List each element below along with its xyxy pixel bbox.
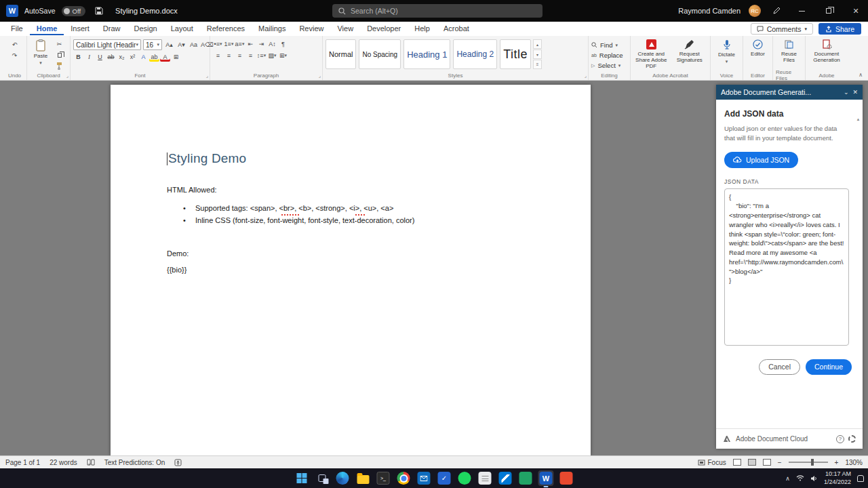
font-name-combo[interactable]: Calibri Light (Headir ▾ [73, 39, 141, 50]
chevron-down-icon[interactable]: ⌄ [844, 89, 849, 96]
minimize-button[interactable] [792, 0, 811, 22]
edge-button[interactable] [335, 470, 351, 486]
file-explorer-button[interactable] [355, 470, 371, 486]
text-predictions-status[interactable]: Text Predictions: On [104, 459, 165, 466]
replace-button[interactable]: ab Replace [591, 52, 623, 59]
multilevel-list-button[interactable]: a≡▾ [235, 39, 245, 49]
styles-scroll-down-button[interactable]: ▾ [533, 49, 542, 59]
print-layout-button[interactable] [748, 459, 756, 466]
tab-references[interactable]: References [200, 22, 252, 35]
style-no-spacing[interactable]: No Spacing [359, 39, 401, 69]
page-indicator[interactable]: Page 1 of 1 [5, 459, 40, 466]
select-button[interactable]: ▷ Select ▾ [591, 62, 620, 69]
shrink-font-button[interactable]: A▾ [176, 40, 186, 49]
accessibility-icon[interactable] [174, 459, 182, 466]
gear-icon[interactable] [848, 435, 856, 443]
tab-layout[interactable]: Layout [164, 22, 200, 35]
terminal-button[interactable]: >_ [376, 470, 391, 486]
panel-close-icon[interactable]: ✕ [852, 89, 858, 96]
wifi-icon[interactable] [796, 475, 804, 481]
increase-indent-button[interactable]: ⇥ [256, 39, 267, 49]
dictate-button[interactable]: Dictate ▾ [718, 37, 735, 64]
strikethrough-button[interactable]: ab [106, 52, 116, 62]
document-title[interactable]: Styling Demo.docx [113, 7, 178, 15]
grow-font-button[interactable]: A▴ [164, 40, 174, 49]
notification-center-button[interactable] [857, 475, 864, 482]
search-input[interactable] [351, 7, 536, 15]
dialog-launcher-icon[interactable]: ⌟ [66, 73, 68, 79]
italic-button[interactable]: I [84, 52, 94, 62]
json-data-textarea[interactable]: { "bio": "I'm a <strong>enterprise</stro… [724, 188, 849, 346]
editor-button[interactable]: Editor [751, 37, 765, 57]
continue-button[interactable]: Continue [806, 359, 852, 375]
align-right-button[interactable]: ≡ [235, 51, 245, 60]
collapse-ribbon-button[interactable]: ∧ [859, 72, 863, 78]
tab-mailings[interactable]: Mailings [252, 22, 292, 35]
zoom-slider[interactable] [789, 462, 828, 463]
start-button[interactable] [294, 470, 310, 486]
vscode-button[interactable] [498, 470, 513, 486]
style-normal[interactable]: Normal [326, 39, 356, 69]
tab-file[interactable]: File [4, 22, 30, 35]
close-button[interactable]: ✕ [846, 0, 865, 22]
tab-insert[interactable]: Insert [64, 22, 96, 35]
avatar[interactable]: RC [749, 5, 761, 17]
tab-review[interactable]: Review [292, 22, 330, 35]
todo-button[interactable]: ✓ [437, 470, 452, 486]
tab-acrobat[interactable]: Acrobat [437, 22, 476, 35]
highlight-color-button[interactable]: ab [149, 52, 159, 62]
dialog-launcher-icon[interactable]: ⌟ [585, 73, 587, 79]
chrome-button[interactable] [396, 470, 412, 486]
style-title[interactable]: Title [500, 39, 531, 69]
focus-mode-button[interactable]: Focus [698, 459, 726, 466]
bold-button[interactable]: B [73, 52, 83, 62]
change-case-button[interactable]: Aa [189, 40, 199, 49]
bullets-button[interactable]: •≡▾ [213, 39, 223, 49]
word-count[interactable]: 22 words [50, 459, 77, 466]
find-button[interactable]: Find ▾ [591, 41, 618, 49]
document-page[interactable]: Styling Demo HTML Allowed: Supported tag… [111, 85, 591, 455]
request-signatures-button[interactable]: Request Signatures [672, 37, 708, 63]
web-layout-button[interactable] [763, 459, 771, 466]
proofing-icon[interactable] [87, 459, 95, 466]
reuse-files-button[interactable]: Reuse Files [776, 37, 802, 63]
tab-home[interactable]: Home [30, 22, 64, 35]
tab-developer[interactable]: Developer [360, 22, 408, 35]
cut-button[interactable]: ✂ [54, 39, 64, 49]
task-view-button[interactable] [315, 470, 330, 486]
shading-button[interactable]: ▨▾ [267, 51, 277, 60]
copy-button[interactable] [54, 50, 64, 60]
tab-help[interactable]: Help [408, 22, 437, 35]
autosave-toggle[interactable]: Off [62, 6, 86, 16]
align-center-button[interactable]: ≡ [224, 51, 234, 60]
decrease-indent-button[interactable]: ⇤ [245, 39, 256, 49]
tab-design[interactable]: Design [127, 22, 163, 35]
align-left-button[interactable]: ≡ [213, 51, 223, 60]
upload-json-button[interactable]: Upload JSON [724, 152, 798, 168]
dialog-launcher-icon[interactable]: ⌟ [319, 73, 321, 79]
style-heading-2[interactable]: Heading 2 [453, 39, 497, 69]
word-app-icon[interactable]: W [6, 5, 18, 17]
justify-button[interactable]: ≡ [245, 51, 256, 60]
style-heading-1[interactable]: Heading 1 [403, 39, 450, 69]
tray-expand-chevron[interactable]: ∧ [785, 475, 790, 482]
clock[interactable]: 10:17 AM 1/24/2022 [824, 470, 851, 486]
zoom-slider-thumb[interactable] [811, 459, 814, 466]
word-taskbar-button[interactable]: W [538, 470, 554, 486]
sort-button[interactable]: A↕ [267, 39, 277, 49]
ink-pen-icon[interactable] [769, 3, 784, 18]
create-share-pdf-button[interactable]: Create and Share Adobe PDF [633, 37, 669, 70]
tab-view[interactable]: View [330, 22, 360, 35]
cancel-button[interactable]: Cancel [759, 359, 800, 375]
borders-menu-button[interactable]: ⊞▾ [278, 51, 288, 60]
text-effects-button[interactable]: A [138, 52, 149, 62]
user-name[interactable]: Raymond Camden [678, 7, 741, 15]
dialog-launcher-icon[interactable]: ⌟ [206, 73, 208, 79]
share-button[interactable]: Share [818, 23, 861, 35]
restore-button[interactable] [819, 0, 838, 22]
help-icon[interactable]: ? [836, 435, 844, 443]
styles-scroll-up-button[interactable]: ▴ [533, 39, 542, 49]
undo-button[interactable]: ↶ [9, 40, 20, 49]
panel-scrollbar[interactable]: ▲ [855, 117, 861, 121]
green-app-button[interactable] [518, 470, 534, 486]
